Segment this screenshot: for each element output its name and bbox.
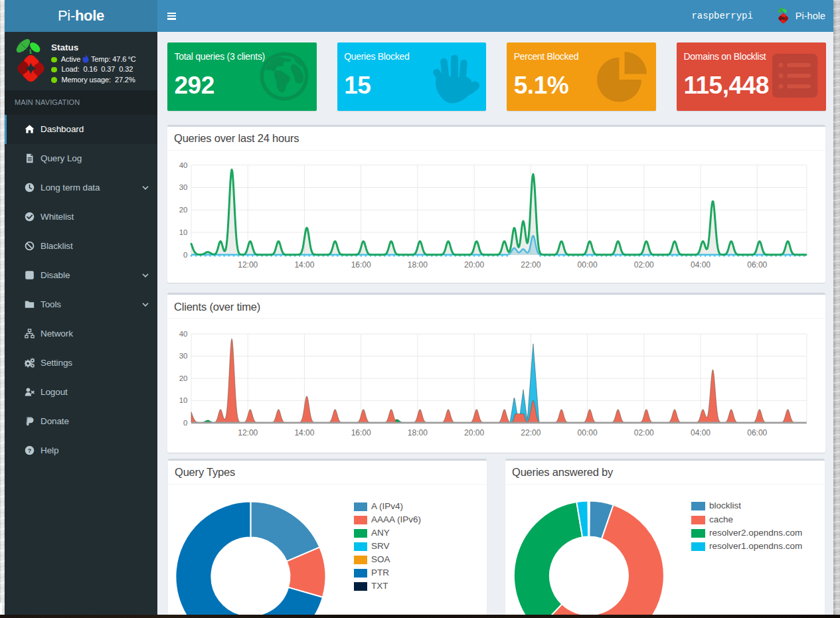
svg-text:14:00: 14:00	[294, 260, 314, 270]
svg-text:06:00: 06:00	[747, 428, 767, 437]
svg-text:14:00: 14:00	[294, 428, 314, 437]
svg-text:00:00: 00:00	[578, 260, 598, 270]
svg-text:02:00: 02:00	[634, 428, 654, 437]
svg-text:40: 40	[179, 161, 188, 169]
svg-text:30: 30	[179, 352, 188, 360]
svg-text:16:00: 16:00	[351, 428, 371, 437]
svg-text:00:00: 00:00	[578, 428, 598, 437]
svg-text:22:00: 22:00	[521, 428, 541, 437]
svg-text:0: 0	[183, 418, 187, 426]
svg-text:04:00: 04:00	[691, 428, 711, 437]
svg-text:20:00: 20:00	[464, 260, 484, 270]
svg-text:?: ?	[28, 447, 31, 453]
svg-text:0: 0	[183, 250, 187, 258]
svg-text:04:00: 04:00	[691, 260, 711, 270]
svg-text:20:00: 20:00	[464, 428, 484, 437]
svg-text:20: 20	[179, 374, 188, 382]
svg-text:10: 10	[179, 228, 188, 236]
svg-text:40: 40	[179, 330, 188, 338]
svg-text:12:00: 12:00	[238, 260, 258, 270]
svg-text:12:00: 12:00	[238, 428, 258, 437]
svg-text:06:00: 06:00	[747, 260, 767, 270]
svg-text:10: 10	[179, 396, 188, 404]
svg-text:22:00: 22:00	[521, 260, 541, 270]
svg-text:20: 20	[179, 206, 188, 214]
svg-text:18:00: 18:00	[408, 260, 428, 270]
svg-text:18:00: 18:00	[408, 428, 428, 437]
svg-text:02:00: 02:00	[634, 260, 654, 270]
svg-text:30: 30	[179, 183, 188, 191]
svg-text:16:00: 16:00	[351, 260, 371, 270]
